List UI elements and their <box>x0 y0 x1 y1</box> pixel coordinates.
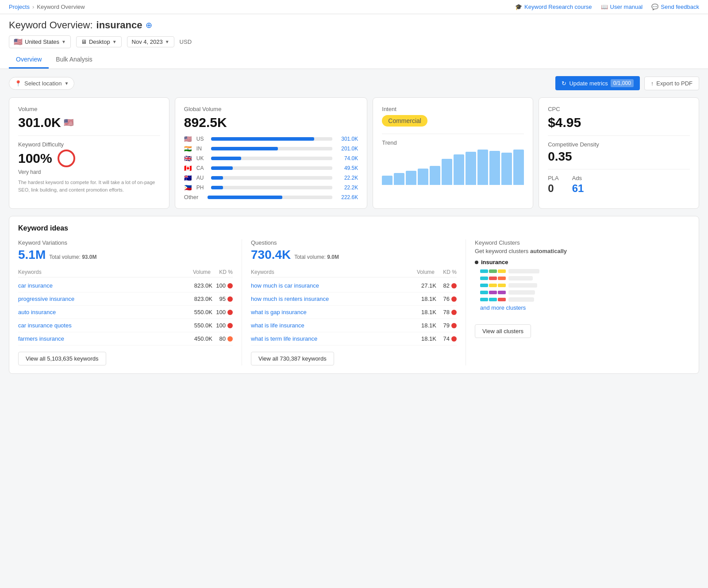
country-code: CA <box>196 165 208 171</box>
page-title-static: Keyword Overview: <box>9 19 93 31</box>
bar-container <box>211 137 332 141</box>
keyword-text: insurance <box>96 19 142 31</box>
breadcrumb-current: Keyword Overview <box>37 4 85 10</box>
questions-count-row: 730.4K Total volume: 9.0M <box>251 248 457 262</box>
send-feedback-link[interactable]: 💬 Send feedback <box>651 4 699 10</box>
keyword-volume: 823.0K <box>181 296 212 302</box>
bar-container <box>211 166 332 170</box>
country-row: 🇬🇧 UK 74.0K <box>184 155 358 162</box>
other-row: Other 222.6K <box>184 194 358 200</box>
list-item <box>480 276 690 281</box>
keyword-link[interactable]: farmers insurance <box>18 335 181 342</box>
cpc-label: CPC <box>548 106 690 112</box>
keyword-link[interactable]: progressive insurance <box>18 296 181 302</box>
user-manual-link[interactable]: 📖 User manual <box>601 4 643 10</box>
cpc-value: $4.95 <box>548 115 690 130</box>
keyword-ideas-title: Keyword ideas <box>18 224 690 232</box>
view-all-clusters-button[interactable]: View all clusters <box>475 324 531 338</box>
table-row: what is life insurance 18.1K 79 <box>251 319 457 332</box>
kd-indicator <box>451 283 457 288</box>
global-volume-card: Global Volume 892.5K 🇺🇸 US 301.0K 🇮🇳 IN … <box>175 97 367 209</box>
kd-indicator <box>227 283 233 288</box>
chevron-down-icon: ▼ <box>62 39 66 44</box>
cluster-items <box>480 269 690 302</box>
keyword-ideas-section: Keyword ideas Keyword Variations 5.1M To… <box>9 216 699 374</box>
variations-title: Keyword Variations <box>18 239 233 246</box>
keyword-volume: 18.1K <box>405 296 436 302</box>
country-value: 22.2K <box>336 184 358 191</box>
variations-table: Keywords Volume KD % car insurance 823.0… <box>18 267 233 346</box>
country-value: 301.0K <box>336 136 358 142</box>
country-code: AU <box>196 175 208 181</box>
trend-bar <box>430 166 440 185</box>
variations-count: 5.1M <box>18 248 46 261</box>
global-volume-label: Global Volume <box>184 106 358 112</box>
export-pdf-button[interactable]: ↑ Export to PDF <box>644 77 699 90</box>
country-value: 49.5K <box>336 165 358 171</box>
other-bar-container <box>208 196 332 199</box>
breadcrumb-projects[interactable]: Projects <box>9 4 30 10</box>
export-icon: ↑ <box>651 80 654 87</box>
questions-table: Keywords Volume KD % how much is car ins… <box>251 267 457 346</box>
country-row: 🇨🇦 CA 49.5K <box>184 165 358 172</box>
kd-value: 100% <box>18 150 160 167</box>
keyword-volume: 550.0K <box>181 322 212 329</box>
list-item <box>480 283 690 288</box>
intent-label: Intent <box>382 106 524 112</box>
trend-bar <box>489 151 500 185</box>
view-all-questions-button[interactable]: View all 730,387 keywords <box>251 352 334 365</box>
trend-bar <box>406 171 416 185</box>
keyword-volume: 550.0K <box>181 309 212 315</box>
select-location-button[interactable]: 📍 Select location ▼ <box>9 77 74 90</box>
trend-bar <box>477 150 488 185</box>
keyword-link[interactable]: car insurance <box>18 282 181 289</box>
location-filter[interactable]: 🇺🇸 United States ▼ <box>9 35 71 48</box>
table-row: how much is car insurance 27.1K 82 <box>251 279 457 292</box>
keyword-link[interactable]: what is term life insurance <box>251 335 405 342</box>
view-all-variations-button[interactable]: View all 5,103,635 keywords <box>18 352 106 365</box>
add-keyword-icon[interactable]: ⊕ <box>146 20 152 30</box>
country-row: 🇦🇺 AU 22.2K <box>184 174 358 181</box>
table-row: how much is renters insurance 18.1K 76 <box>251 292 457 306</box>
date-filter[interactable]: Nov 4, 2023 ▼ <box>127 36 174 47</box>
update-metrics-button[interactable]: ↻ Update metrics 0/1,000 <box>555 76 639 90</box>
country-code: PH <box>196 184 208 191</box>
country-code: IN <box>196 146 208 152</box>
keyword-link[interactable]: auto insurance <box>18 309 181 315</box>
tab-bulk-analysis[interactable]: Bulk Analysis <box>49 52 99 69</box>
questions-total: Total volume: 9.0M <box>294 254 339 260</box>
global-volume-value: 892.5K <box>184 115 358 130</box>
keyword-link[interactable]: what is life insurance <box>251 322 405 329</box>
cluster-color-bar <box>489 269 497 273</box>
tab-overview[interactable]: Overview <box>9 52 49 69</box>
country-flag: 🇮🇳 <box>184 145 193 152</box>
trend-bar <box>454 154 464 185</box>
table-row: car insurance quotes 550.0K 100 <box>18 319 233 332</box>
questions-col: Questions 730.4K Total volume: 9.0M Keyw… <box>242 239 466 365</box>
trend-bar <box>442 159 452 185</box>
and-more-clusters-link[interactable]: and more clusters <box>480 304 690 311</box>
page-title: Keyword Overview: insurance ⊕ <box>9 19 699 31</box>
country-code: UK <box>196 155 208 161</box>
keyword-research-course-link[interactable]: 🎓 Keyword Research course <box>515 4 592 10</box>
device-filter[interactable]: 🖥 Desktop ▼ <box>76 36 122 47</box>
table-row: what is term life insurance 18.1K 74 <box>251 332 457 346</box>
chat-icon: 💬 <box>651 4 658 10</box>
country-flag: 🇬🇧 <box>184 155 193 162</box>
comp-density-value: 0.35 <box>548 150 690 164</box>
breadcrumb-sep: › <box>32 4 34 10</box>
cluster-bars <box>480 291 506 294</box>
book-icon: 📖 <box>601 4 608 10</box>
intent-badge: Commercial <box>382 115 427 127</box>
keyword-link[interactable]: how much is car insurance <box>251 282 405 289</box>
keyword-kd: 95 <box>212 296 226 302</box>
bar-fill <box>211 176 223 180</box>
keyword-volume: 18.1K <box>405 322 436 329</box>
keyword-link[interactable]: car insurance quotes <box>18 322 181 329</box>
graduation-cap-icon: 🎓 <box>515 4 522 10</box>
keyword-link[interactable]: how much is renters insurance <box>251 296 405 302</box>
header-volume: Volume <box>180 269 211 275</box>
trend-bar <box>466 152 476 185</box>
list-item <box>480 290 690 295</box>
keyword-link[interactable]: what is gap insurance <box>251 309 405 315</box>
